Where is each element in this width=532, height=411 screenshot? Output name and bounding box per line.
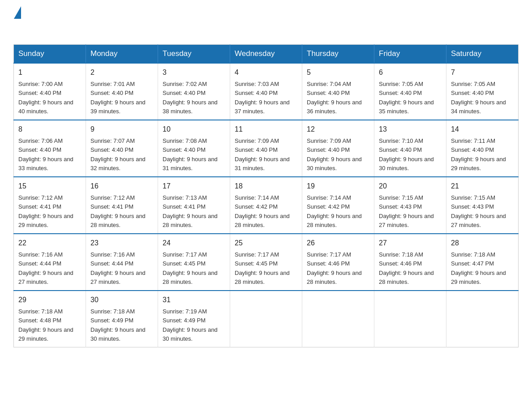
logo — [13, 9, 21, 35]
day-number: 15 — [18, 181, 81, 192]
weekday-header-friday: Friday — [374, 45, 446, 64]
day-number: 8 — [18, 124, 81, 135]
calendar-cell: 15 Sunrise: 7:12 AMSunset: 4:41 PMDaylig… — [14, 177, 86, 234]
day-info: Sunrise: 7:17 AMSunset: 4:46 PMDaylight:… — [307, 251, 362, 285]
calendar-week-row: 29 Sunrise: 7:18 AMSunset: 4:48 PMDaylig… — [14, 291, 519, 347]
calendar-cell: 10 Sunrise: 7:08 AMSunset: 4:40 PMDaylig… — [158, 120, 230, 177]
calendar-week-row: 8 Sunrise: 7:06 AMSunset: 4:40 PMDayligh… — [14, 120, 519, 177]
calendar-cell: 14 Sunrise: 7:11 AMSunset: 4:40 PMDaylig… — [446, 120, 519, 177]
day-info: Sunrise: 7:05 AMSunset: 4:40 PMDaylight:… — [379, 81, 434, 115]
day-info: Sunrise: 7:08 AMSunset: 4:40 PMDaylight:… — [163, 137, 218, 171]
day-info: Sunrise: 7:15 AMSunset: 4:43 PMDaylight:… — [379, 194, 434, 228]
day-info: Sunrise: 7:18 AMSunset: 4:49 PMDaylight:… — [90, 308, 146, 342]
day-info: Sunrise: 7:19 AMSunset: 4:49 PMDaylight:… — [163, 308, 218, 342]
day-info: Sunrise: 7:10 AMSunset: 4:40 PMDaylight:… — [379, 137, 434, 171]
day-number: 27 — [379, 238, 442, 248]
weekday-header-monday: Monday — [86, 45, 158, 64]
calendar-cell: 2 Sunrise: 7:01 AMSunset: 4:40 PMDayligh… — [86, 63, 158, 120]
weekday-header-saturday: Saturday — [446, 45, 519, 64]
day-info: Sunrise: 7:16 AMSunset: 4:44 PMDaylight:… — [18, 251, 73, 285]
calendar-cell: 25 Sunrise: 7:17 AMSunset: 4:45 PMDaylig… — [230, 234, 302, 291]
day-number: 20 — [379, 181, 442, 192]
calendar-cell: 3 Sunrise: 7:02 AMSunset: 4:40 PMDayligh… — [158, 63, 230, 120]
day-number: 10 — [163, 124, 225, 135]
day-number: 7 — [451, 67, 514, 78]
day-info: Sunrise: 7:09 AMSunset: 4:40 PMDaylight:… — [307, 137, 362, 171]
calendar-cell — [230, 291, 302, 347]
day-info: Sunrise: 7:03 AMSunset: 4:40 PMDaylight:… — [235, 81, 290, 115]
day-number: 4 — [235, 67, 297, 78]
day-number: 14 — [451, 124, 514, 135]
day-number: 16 — [90, 181, 153, 192]
day-number: 3 — [163, 67, 225, 78]
weekday-header-thursday: Thursday — [302, 45, 374, 64]
day-number: 28 — [451, 238, 514, 248]
day-info: Sunrise: 7:06 AMSunset: 4:40 PMDaylight:… — [18, 137, 73, 171]
calendar-cell — [374, 291, 446, 347]
calendar-cell: 23 Sunrise: 7:16 AMSunset: 4:44 PMDaylig… — [86, 234, 158, 291]
calendar-cell — [446, 291, 519, 347]
calendar-week-row: 22 Sunrise: 7:16 AMSunset: 4:44 PMDaylig… — [14, 234, 519, 291]
day-number: 2 — [90, 67, 153, 78]
calendar-cell: 29 Sunrise: 7:18 AMSunset: 4:48 PMDaylig… — [14, 291, 86, 347]
day-info: Sunrise: 7:11 AMSunset: 4:40 PMDaylight:… — [451, 137, 506, 171]
calendar-cell: 22 Sunrise: 7:16 AMSunset: 4:44 PMDaylig… — [14, 234, 86, 291]
day-number: 6 — [379, 67, 442, 78]
day-number: 31 — [163, 295, 225, 305]
calendar-cell: 11 Sunrise: 7:09 AMSunset: 4:40 PMDaylig… — [230, 120, 302, 177]
day-info: Sunrise: 7:15 AMSunset: 4:43 PMDaylight:… — [451, 194, 506, 228]
day-info: Sunrise: 7:02 AMSunset: 4:40 PMDaylight:… — [163, 81, 218, 115]
calendar-week-row: 1 Sunrise: 7:00 AMSunset: 4:40 PMDayligh… — [14, 63, 519, 120]
calendar-table: SundayMondayTuesdayWednesdayThursdayFrid… — [13, 44, 519, 347]
calendar-cell: 30 Sunrise: 7:18 AMSunset: 4:49 PMDaylig… — [86, 291, 158, 347]
day-number: 17 — [163, 181, 225, 192]
calendar-cell: 12 Sunrise: 7:09 AMSunset: 4:40 PMDaylig… — [302, 120, 374, 177]
day-info: Sunrise: 7:05 AMSunset: 4:40 PMDaylight:… — [451, 81, 506, 115]
calendar-cell: 20 Sunrise: 7:15 AMSunset: 4:43 PMDaylig… — [374, 177, 446, 234]
calendar-week-row: 15 Sunrise: 7:12 AMSunset: 4:41 PMDaylig… — [14, 177, 519, 234]
day-info: Sunrise: 7:01 AMSunset: 4:40 PMDaylight:… — [90, 81, 146, 115]
day-info: Sunrise: 7:18 AMSunset: 4:47 PMDaylight:… — [451, 251, 506, 285]
calendar-cell: 27 Sunrise: 7:18 AMSunset: 4:46 PMDaylig… — [374, 234, 446, 291]
day-number: 23 — [90, 238, 153, 248]
calendar-header-row: SundayMondayTuesdayWednesdayThursdayFrid… — [14, 45, 519, 64]
day-info: Sunrise: 7:07 AMSunset: 4:40 PMDaylight:… — [90, 137, 146, 171]
day-number: 11 — [235, 124, 297, 135]
calendar-cell: 16 Sunrise: 7:12 AMSunset: 4:41 PMDaylig… — [86, 177, 158, 234]
calendar-cell: 7 Sunrise: 7:05 AMSunset: 4:40 PMDayligh… — [446, 63, 519, 120]
calendar-cell: 8 Sunrise: 7:06 AMSunset: 4:40 PMDayligh… — [14, 120, 86, 177]
day-info: Sunrise: 7:04 AMSunset: 4:40 PMDaylight:… — [307, 81, 362, 115]
calendar-cell: 13 Sunrise: 7:10 AMSunset: 4:40 PMDaylig… — [374, 120, 446, 177]
day-number: 29 — [18, 295, 81, 305]
day-number: 21 — [451, 181, 514, 192]
calendar-cell: 28 Sunrise: 7:18 AMSunset: 4:47 PMDaylig… — [446, 234, 519, 291]
day-info: Sunrise: 7:00 AMSunset: 4:40 PMDaylight:… — [18, 81, 73, 115]
day-info: Sunrise: 7:18 AMSunset: 4:46 PMDaylight:… — [379, 251, 434, 285]
weekday-header-wednesday: Wednesday — [230, 45, 302, 64]
day-info: Sunrise: 7:16 AMSunset: 4:44 PMDaylight:… — [90, 251, 146, 285]
day-info: Sunrise: 7:12 AMSunset: 4:41 PMDaylight:… — [90, 194, 146, 228]
day-info: Sunrise: 7:12 AMSunset: 4:41 PMDaylight:… — [18, 194, 73, 228]
calendar-cell: 17 Sunrise: 7:13 AMSunset: 4:41 PMDaylig… — [158, 177, 230, 234]
day-number: 22 — [18, 238, 81, 248]
day-number: 13 — [379, 124, 442, 135]
calendar-cell: 1 Sunrise: 7:00 AMSunset: 4:40 PMDayligh… — [14, 63, 86, 120]
logo-arrow-icon — [14, 6, 21, 19]
day-number: 30 — [90, 295, 153, 305]
weekday-header-tuesday: Tuesday — [158, 45, 230, 64]
day-info: Sunrise: 7:17 AMSunset: 4:45 PMDaylight:… — [235, 251, 290, 285]
page-header — [13, 9, 519, 35]
calendar-cell: 6 Sunrise: 7:05 AMSunset: 4:40 PMDayligh… — [374, 63, 446, 120]
day-number: 18 — [235, 181, 297, 192]
day-number: 26 — [307, 238, 369, 248]
day-info: Sunrise: 7:09 AMSunset: 4:40 PMDaylight:… — [235, 137, 290, 171]
day-number: 1 — [18, 67, 81, 78]
calendar-cell — [302, 291, 374, 347]
calendar-cell: 26 Sunrise: 7:17 AMSunset: 4:46 PMDaylig… — [302, 234, 374, 291]
day-info: Sunrise: 7:13 AMSunset: 4:41 PMDaylight:… — [163, 194, 218, 228]
calendar-cell: 19 Sunrise: 7:14 AMSunset: 4:42 PMDaylig… — [302, 177, 374, 234]
calendar-cell: 21 Sunrise: 7:15 AMSunset: 4:43 PMDaylig… — [446, 177, 519, 234]
weekday-header-sunday: Sunday — [14, 45, 86, 64]
calendar-cell: 9 Sunrise: 7:07 AMSunset: 4:40 PMDayligh… — [86, 120, 158, 177]
day-number: 12 — [307, 124, 369, 135]
